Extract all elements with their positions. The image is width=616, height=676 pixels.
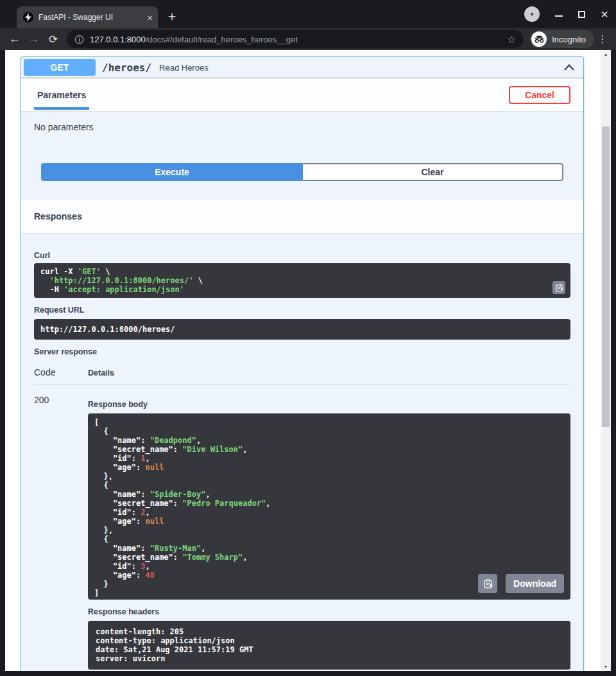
new-tab-button[interactable]: + bbox=[168, 10, 176, 23]
url-bar[interactable]: 127.0.0.1:8000/docs#/default/read_heroes… bbox=[67, 30, 524, 48]
incognito-badge: Incognito bbox=[530, 30, 594, 48]
response-headers-code: content-length: 205 content-type: applic… bbox=[88, 621, 570, 670]
response-body-actions: Download bbox=[478, 574, 564, 593]
response-body-code: [ { "name": "Deadpond", "secret_name": "… bbox=[88, 413, 570, 600]
method-badge: GET bbox=[24, 59, 96, 76]
tab-title: FastAPI - Swagger UI bbox=[38, 13, 142, 22]
endpoint-summary: Read Heroes bbox=[159, 63, 209, 73]
no-parameters-text: No parameters bbox=[34, 122, 570, 132]
window-minimize-icon[interactable] bbox=[555, 15, 563, 17]
table-row: 200 Response body [ { "name": "Deadpond"… bbox=[34, 385, 570, 670]
opblock-get-heroes: GET /heroes/ Read Heroes Parameters Canc… bbox=[21, 56, 584, 671]
execute-button[interactable]: Execute bbox=[41, 163, 303, 181]
response-body-label: Response body bbox=[88, 400, 570, 409]
parameters-tab-label: Parameters bbox=[37, 90, 86, 100]
back-icon[interactable]: ← bbox=[5, 33, 24, 46]
page-scrollbar[interactable]: ▲ ▼ bbox=[601, 50, 611, 671]
page-info-icon[interactable] bbox=[74, 35, 84, 44]
request-url-label: Request URL bbox=[34, 306, 570, 315]
opblock-summary[interactable]: GET /heroes/ Read Heroes bbox=[21, 57, 583, 78]
browser-tab[interactable]: FastAPI - Swagger UI × bbox=[17, 6, 158, 28]
browser-tab-bar: FastAPI - Swagger UI × + ▼ × bbox=[0, 0, 616, 28]
window-menu-icon[interactable]: ▼ bbox=[524, 6, 540, 22]
fastapi-favicon-icon bbox=[23, 12, 33, 22]
request-url-value: http://127.0.0.1:8000/heroes/ bbox=[34, 319, 570, 340]
response-headers-label: Response headers bbox=[88, 607, 570, 616]
curl-label: Curl bbox=[34, 251, 570, 260]
url-path: /docs#/default/read_heroes_heroes__get bbox=[146, 35, 298, 44]
responses-header: Responses bbox=[21, 200, 583, 233]
incognito-icon bbox=[531, 31, 547, 47]
curl-code: curl -X 'GET' \ 'http://127.0.0.1:8000/h… bbox=[34, 263, 570, 298]
url-text: 127.0.0.1:8000/docs#/default/read_heroes… bbox=[90, 35, 501, 44]
collapse-chevron-icon[interactable] bbox=[564, 64, 574, 71]
browser-menu-icon[interactable]: ⋮ bbox=[594, 33, 611, 45]
clear-button[interactable]: Clear bbox=[303, 163, 563, 181]
endpoint-path: /heroes/ bbox=[102, 62, 151, 74]
scrollbar-up-icon[interactable]: ▲ bbox=[601, 52, 611, 56]
table-header-row: Code Details bbox=[34, 367, 570, 385]
bookmark-star-icon[interactable]: ☆ bbox=[507, 33, 516, 46]
incognito-label: Incognito bbox=[552, 35, 586, 44]
scrollbar-down-icon[interactable]: ▼ bbox=[601, 664, 611, 669]
tab-close-icon[interactable]: × bbox=[147, 13, 153, 22]
responses-body: Curl curl -X 'GET' \ 'http://127.0.0.1:8… bbox=[21, 233, 583, 671]
server-response-table: Code Details 200 Response body [ { "name… bbox=[34, 367, 570, 670]
tab-parameters[interactable]: Parameters bbox=[34, 78, 89, 111]
download-button[interactable]: Download bbox=[506, 574, 564, 593]
response-details-cell: Response body [ { "name": "Deadpond", "s… bbox=[88, 395, 570, 670]
reload-icon[interactable]: ⟳ bbox=[44, 33, 63, 46]
copy-curl-button[interactable] bbox=[552, 281, 565, 294]
details-column-header: Details bbox=[88, 368, 114, 377]
parameters-body: No parameters Execute Clear bbox=[21, 111, 583, 200]
responses-title: Responses bbox=[34, 211, 82, 221]
copy-response-button[interactable] bbox=[478, 574, 497, 593]
scrollbar-thumb[interactable] bbox=[602, 126, 610, 427]
window-close-icon[interactable]: × bbox=[601, 9, 608, 19]
active-tab-underline bbox=[34, 107, 89, 110]
browser-toolbar: ← → ⟳ 127.0.0.1:8000/docs#/default/read_… bbox=[0, 28, 616, 50]
url-host: 127.0.0.1:8000 bbox=[90, 35, 146, 44]
cancel-button[interactable]: Cancel bbox=[509, 86, 570, 104]
window-controls: ▼ × bbox=[524, 6, 608, 22]
parameters-header: Parameters Cancel bbox=[21, 78, 583, 111]
window-maximize-icon[interactable] bbox=[578, 11, 585, 18]
execute-button-group: Execute Clear bbox=[41, 163, 563, 181]
forward-icon[interactable]: → bbox=[24, 33, 44, 46]
status-code: 200 bbox=[34, 395, 88, 670]
server-response-label: Server response bbox=[34, 347, 570, 356]
swagger-page: GET /heroes/ Read Heroes Parameters Canc… bbox=[5, 50, 611, 671]
code-column-header: Code bbox=[34, 367, 88, 377]
